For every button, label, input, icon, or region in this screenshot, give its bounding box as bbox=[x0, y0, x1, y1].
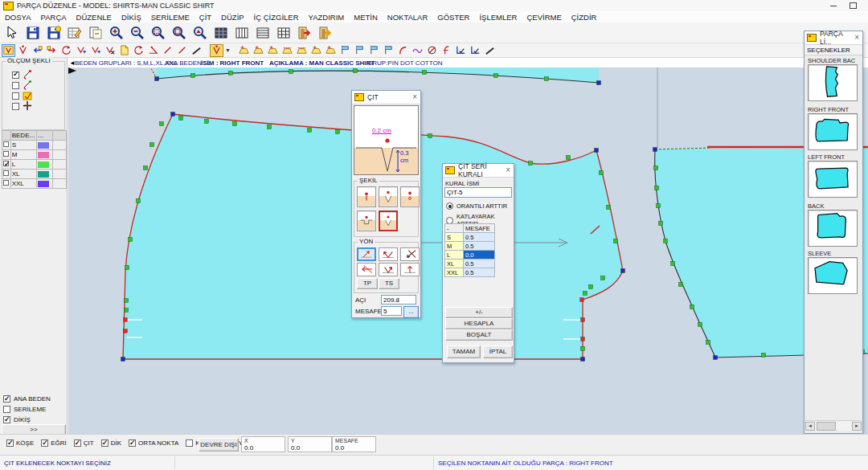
zoom-all-icon[interactable] bbox=[170, 24, 189, 42]
zoom-out-icon[interactable] bbox=[128, 24, 147, 42]
menu-çi̇zdi̇r[interactable]: ÇİZDİR bbox=[567, 13, 602, 22]
plus-minus-button[interactable]: +/- bbox=[445, 307, 513, 318]
wave-tool-icon[interactable] bbox=[411, 44, 424, 57]
hesapla-button[interactable]: HESAPLA bbox=[445, 318, 513, 329]
part-thumbnail[interactable] bbox=[808, 210, 858, 247]
beden-checkbox-S[interactable] bbox=[3, 141, 9, 147]
notch-select-2-icon[interactable] bbox=[16, 44, 30, 57]
menu-dosya[interactable]: DOSYA bbox=[0, 13, 36, 22]
menu-parça[interactable]: PARÇA bbox=[36, 13, 72, 22]
mesafe-value[interactable]: 0.5 bbox=[464, 268, 495, 277]
layer-seri̇leme[interactable]: SERİLEME bbox=[3, 406, 46, 413]
part-item-sleeve[interactable]: SLEEVE bbox=[808, 250, 859, 294]
notch-slash-icon[interactable] bbox=[175, 44, 189, 57]
tamam-button[interactable]: TAMAM bbox=[447, 345, 481, 358]
olcum-checkbox-2[interactable] bbox=[12, 92, 19, 100]
sekil-option-2[interactable] bbox=[400, 186, 420, 207]
table-rows-icon[interactable] bbox=[253, 24, 272, 42]
part-thumbnail[interactable] bbox=[808, 161, 858, 198]
beden-checkbox-M[interactable] bbox=[3, 151, 9, 157]
cit-tool-icon[interactable] bbox=[210, 44, 223, 57]
menu-çevi̇rme[interactable]: ÇEVİRME bbox=[522, 13, 566, 22]
pleat-mid-icon[interactable] bbox=[367, 44, 381, 57]
slash-pen-icon[interactable] bbox=[483, 44, 497, 57]
hook-curve-icon[interactable] bbox=[396, 44, 410, 57]
zoom-window-icon[interactable] bbox=[149, 24, 168, 42]
yon-option-5[interactable] bbox=[400, 263, 420, 276]
zoom-in-icon[interactable] bbox=[107, 24, 126, 42]
minimize-icon[interactable] bbox=[830, 6, 837, 6]
snap-checkbox[interactable] bbox=[6, 439, 14, 447]
part-item-right-front[interactable]: RIGHT FRONT bbox=[808, 106, 859, 150]
part-item-back[interactable]: BACK bbox=[808, 202, 859, 247]
yon-option-2[interactable] bbox=[400, 247, 420, 261]
window-titlebar[interactable]: PARÇA DÜZENLE - MODEL: SHIRTS-MAN CLASSI… bbox=[0, 0, 868, 12]
copy-sheet-icon[interactable] bbox=[86, 24, 105, 42]
menu-di̇ki̇ş[interactable]: DİKİŞ bbox=[117, 13, 146, 22]
cit-dropdown-icon[interactable]: ▼ bbox=[224, 44, 231, 57]
notch-swap-icon[interactable] bbox=[59, 44, 73, 57]
seam-fold-right-icon[interactable] bbox=[266, 44, 280, 57]
devre-disi-button[interactable]: DEVRE DIŞI bbox=[199, 438, 239, 452]
mesafe-value[interactable]: 0.0 bbox=[464, 251, 495, 260]
kural-ismi-input[interactable] bbox=[444, 187, 512, 198]
curve-step-icon[interactable] bbox=[469, 44, 482, 57]
menu-seri̇leme[interactable]: SERİLEME bbox=[146, 13, 194, 22]
menu-noktalar[interactable]: NOKTALAR bbox=[383, 13, 433, 22]
notch-rotate-icon[interactable] bbox=[132, 44, 145, 57]
olcum-option-0[interactable] bbox=[12, 70, 32, 80]
more-button[interactable]: ... bbox=[403, 306, 419, 318]
snap-di̇k[interactable]: DİK bbox=[101, 439, 121, 447]
notch-cut-icon[interactable] bbox=[161, 44, 174, 57]
beden-row-L[interactable]: L bbox=[2, 160, 67, 170]
sekil-option-3[interactable] bbox=[357, 210, 376, 231]
close-icon[interactable]: × bbox=[412, 93, 417, 101]
notch-angle-icon[interactable] bbox=[146, 44, 160, 57]
scroll-left-icon[interactable]: ◄ bbox=[805, 422, 815, 431]
yon-option-0[interactable] bbox=[357, 247, 376, 261]
snap-checkbox[interactable] bbox=[41, 439, 48, 447]
part-thumbnail[interactable] bbox=[808, 113, 858, 150]
olcum-checkbox-3[interactable] bbox=[12, 103, 19, 110]
mesafe-row-S[interactable]: S0.5 bbox=[445, 233, 495, 242]
save-icon[interactable] bbox=[23, 24, 43, 42]
table-dark-icon[interactable] bbox=[211, 24, 231, 42]
exit-model-icon[interactable] bbox=[295, 24, 314, 42]
parts-panel-menu[interactable]: SEÇENEKLER bbox=[805, 45, 862, 55]
notch-add-seam-icon[interactable] bbox=[88, 44, 102, 57]
mesafe-value[interactable]: 0.5 bbox=[464, 233, 495, 242]
sekil-option-0[interactable] bbox=[357, 186, 376, 207]
olcum-checkbox-1[interactable] bbox=[12, 82, 19, 89]
mesafe-row-XXL[interactable]: XXL0.5 bbox=[445, 268, 495, 277]
menu-çi̇t[interactable]: ÇİT bbox=[194, 13, 216, 22]
beden-checkbox-XXL[interactable] bbox=[3, 180, 9, 186]
snap-checkbox[interactable] bbox=[186, 439, 193, 447]
circle-cut-icon[interactable] bbox=[425, 44, 439, 57]
olcum-option-2[interactable] bbox=[12, 91, 32, 100]
zoom-selected-icon[interactable] bbox=[190, 24, 210, 42]
radio-orantili-arttir[interactable]: ORANTILI ARTTIR bbox=[446, 202, 507, 210]
seam-scissors-icon[interactable] bbox=[309, 44, 323, 57]
notch-delete-icon[interactable] bbox=[103, 44, 117, 57]
beden-table[interactable]: BEDE......SMLXLXXL bbox=[2, 130, 67, 189]
corner-left-icon[interactable] bbox=[454, 44, 468, 57]
mesafe-row-L[interactable]: L0.0 bbox=[445, 251, 495, 260]
mesafe-row-XL[interactable]: XL0.5 bbox=[445, 260, 495, 268]
mesafe-table[interactable]: -MESAFES0.5M0.5L0.0XL0.5XXL0.5 bbox=[444, 223, 495, 277]
menu-düzi̇p[interactable]: DÜZİP bbox=[216, 13, 249, 22]
seri-dialog-titlebar[interactable]: ÇIT SERİ KURALI × bbox=[443, 164, 514, 178]
snap-çit[interactable]: ÇIT bbox=[74, 439, 94, 447]
beden-checkbox-L[interactable] bbox=[3, 161, 9, 166]
seam-close-icon[interactable] bbox=[324, 44, 338, 57]
beden-row-XL[interactable]: XL bbox=[2, 170, 67, 179]
notch-line-icon[interactable] bbox=[190, 44, 203, 57]
notch-move-blue-icon[interactable] bbox=[31, 44, 44, 57]
snap-eğri̇[interactable]: EĞRİ bbox=[41, 439, 67, 447]
snap-checkbox[interactable] bbox=[74, 439, 81, 447]
olcum-option-3[interactable] bbox=[12, 101, 32, 111]
yon-option-1[interactable] bbox=[379, 247, 398, 261]
curve-left-icon[interactable] bbox=[440, 44, 453, 57]
pleat-up-icon[interactable] bbox=[338, 44, 352, 57]
beden-row-XXL[interactable]: XXL bbox=[2, 179, 67, 189]
scroll-right-icon[interactable]: ► bbox=[852, 422, 862, 431]
